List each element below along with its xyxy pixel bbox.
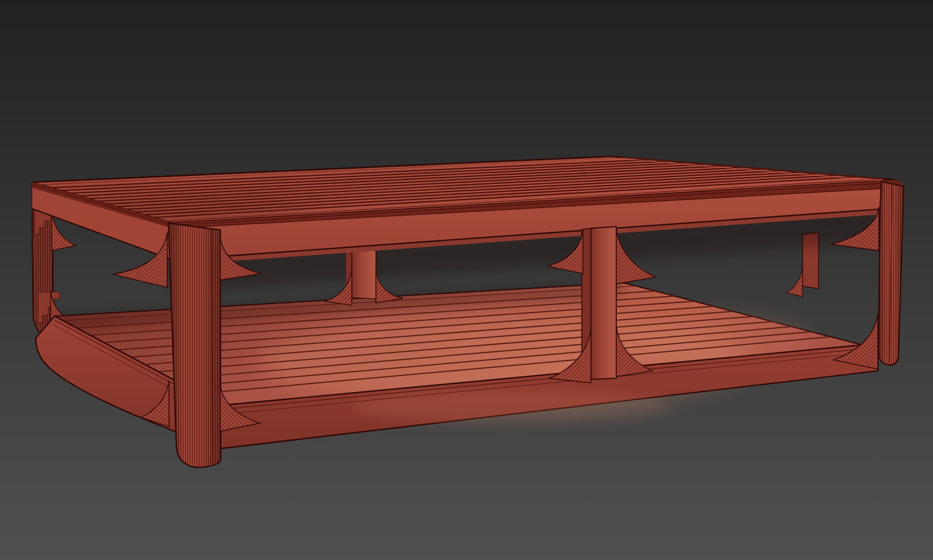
front-post-front-face (591, 227, 616, 379)
back-post-front-face (352, 250, 376, 299)
render-stage (0, 0, 933, 560)
shelf-band-highlight (351, 390, 673, 424)
viewport-canvas[interactable] (0, 0, 933, 560)
